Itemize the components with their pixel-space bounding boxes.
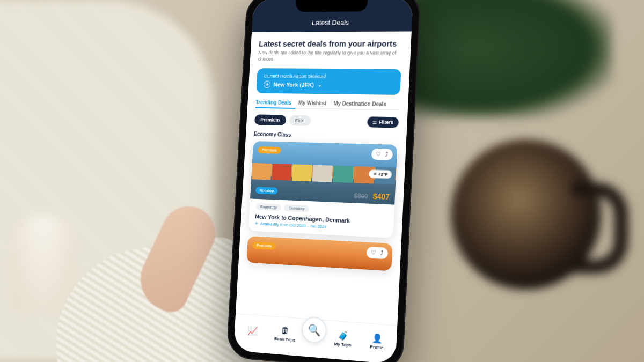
temperature-pill: ☀ 42°F [369, 169, 392, 179]
nav-deals[interactable]: 📈 [236, 324, 269, 338]
plane-icon: ✈ [254, 221, 258, 226]
nav-profile[interactable]: 👤 Profile [360, 331, 394, 351]
tab-my-destination-deals[interactable]: My Destination Deals [333, 100, 386, 107]
price-new: $407 [373, 192, 390, 201]
badge-nonstop: Nonstop [255, 187, 278, 194]
price-row: $800 $407 [354, 191, 390, 201]
deals-tabs: Trending Deals My Wishlist My Destinatio… [255, 99, 400, 107]
trend-icon: 📈 [247, 325, 258, 336]
heart-icon[interactable]: ♡ [371, 249, 377, 256]
profile-icon: 👤 [371, 333, 383, 344]
tab-my-wishlist[interactable]: My Wishlist [298, 100, 327, 106]
filters-button[interactable]: ⚌ Filters [367, 116, 399, 128]
chip-elite[interactable]: Elite [289, 115, 311, 125]
nav-search[interactable]: 🔍 [301, 315, 327, 343]
badge-premium: Premium [258, 146, 281, 154]
book-icon: 🗓 [281, 326, 289, 336]
deal-image: Premium Nonstop ♡ ⤴ ☀ 42°F $800 $407 [250, 141, 398, 205]
nav-my-trips[interactable]: 🧳 My Trips [326, 329, 360, 348]
badge-premium: Premium [252, 241, 276, 249]
phone-mockup: Latest Deals Latest secret deals from yo… [226, 0, 421, 362]
deal-card[interactable]: Premium Nonstop ♡ ⤴ ☀ 42°F $800 $407 [248, 141, 398, 238]
header-title: Latest Deals [312, 18, 349, 26]
share-icon[interactable]: ⤴ [385, 151, 389, 158]
price-old: $800 [354, 192, 368, 200]
card-action-pill: ♡ ⤴ [371, 149, 393, 160]
pill-roundtrip: Roundtrip [255, 203, 282, 211]
airport-value: New York (JFK) [273, 81, 314, 88]
filters-icon: ⚌ [372, 119, 377, 124]
tab-trending-deals[interactable]: Trending Deals [255, 99, 291, 106]
sun-icon: ☀ [373, 172, 377, 176]
share-icon[interactable]: ⤴ [380, 249, 384, 257]
pill-economy: Economy [284, 204, 310, 212]
section-economy-class: Economy Class [254, 131, 398, 140]
search-globe-icon: 🔍 [308, 322, 321, 336]
airport-label: Current Home Airport Selected [264, 73, 394, 80]
plane-icon: ✈ [264, 80, 271, 88]
home-airport-selector[interactable]: Current Home Airport Selected ✈ New York… [256, 68, 401, 95]
chevron-down-icon: ⌄ [318, 82, 322, 87]
card-action-pill: ♡ ⤴ [366, 247, 388, 260]
nav-book-trips[interactable]: 🗓 Book Trips [268, 324, 302, 343]
page-heading: Latest secret deals from your airports [259, 39, 402, 48]
page-subheading: New deals are added to the site regularl… [258, 50, 402, 63]
chip-premium[interactable]: Premium [254, 114, 286, 125]
deal-card[interactable]: Premium ♡ ⤴ [246, 236, 392, 271]
heart-icon[interactable]: ♡ [376, 151, 382, 158]
deal-image: Premium ♡ ⤴ [246, 236, 392, 271]
luggage-icon: 🧳 [338, 330, 349, 341]
